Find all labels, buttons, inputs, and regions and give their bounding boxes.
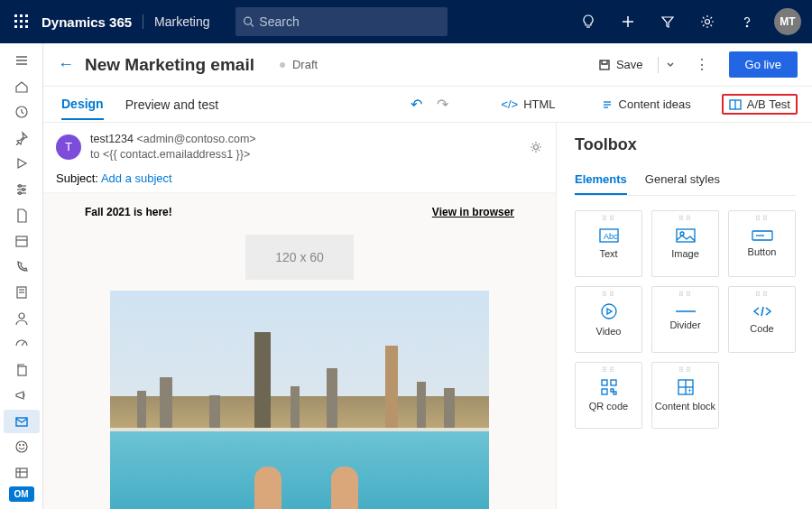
svg-rect-4 xyxy=(20,20,23,23)
search-icon xyxy=(243,15,254,28)
save-label: Save xyxy=(616,58,643,71)
save-button[interactable]: Save xyxy=(589,54,652,75)
rail-phone-icon[interactable] xyxy=(4,255,40,279)
chevron-down-icon xyxy=(666,60,675,69)
rail-page-icon[interactable] xyxy=(4,281,40,305)
filter-icon[interactable] xyxy=(650,0,686,43)
svg-rect-33 xyxy=(18,366,26,375)
rail-gauge-icon[interactable] xyxy=(4,332,40,356)
rail-megaphone-icon[interactable] xyxy=(4,384,40,408)
to-value: <{{ contact.emailaddress1 }}> xyxy=(103,148,250,161)
toolbox-tab-styles[interactable]: General styles xyxy=(645,167,720,195)
svg-rect-2 xyxy=(25,14,28,17)
help-icon[interactable] xyxy=(729,0,765,43)
header-gear-icon[interactable] xyxy=(529,140,543,154)
svg-rect-57 xyxy=(611,380,616,385)
save-icon xyxy=(598,59,611,71)
brand-name[interactable]: Dynamics 365 xyxy=(42,14,132,30)
svg-rect-38 xyxy=(16,468,27,477)
waffle-icon[interactable] xyxy=(7,7,36,36)
rail-hamburger-icon[interactable] xyxy=(4,49,40,73)
rail-document-icon[interactable] xyxy=(4,203,40,227)
view-in-browser-link[interactable]: View in browser xyxy=(432,206,514,218)
button-icon xyxy=(752,230,773,241)
save-dropdown[interactable] xyxy=(658,57,682,73)
user-avatar[interactable]: MT xyxy=(774,8,801,35)
back-arrow-icon[interactable]: ← xyxy=(58,55,74,74)
email-canvas[interactable]: Fall 2021 is here! View in browser 120 x… xyxy=(43,193,556,509)
element-divider[interactable]: ⠿⠿Divider xyxy=(651,286,719,353)
svg-point-35 xyxy=(16,441,27,452)
element-video[interactable]: ⠿⠿Video xyxy=(575,286,642,353)
status-label: Draft xyxy=(292,58,318,71)
svg-rect-50 xyxy=(677,229,695,242)
svg-rect-7 xyxy=(20,25,23,28)
svg-rect-0 xyxy=(14,14,17,17)
lightbulb-icon[interactable] xyxy=(570,0,606,43)
global-search[interactable] xyxy=(235,7,448,36)
element-button[interactable]: ⠿⠿Button xyxy=(728,210,796,277)
rail-person-icon[interactable] xyxy=(4,306,40,330)
svg-text:+: + xyxy=(687,386,692,395)
content-ideas-button[interactable]: Content ideas xyxy=(592,94,700,115)
hero-image[interactable] xyxy=(110,291,489,509)
rail-files-icon[interactable] xyxy=(4,358,40,383)
html-button[interactable]: </> HTML xyxy=(492,94,564,115)
logo-placeholder[interactable]: 120 x 60 xyxy=(245,235,354,280)
element-code[interactable]: ⠿⠿Code xyxy=(728,286,796,353)
rail-pin-icon[interactable] xyxy=(4,126,40,151)
svg-rect-58 xyxy=(602,389,607,394)
element-qrcode[interactable]: ⠿⠿QR code xyxy=(575,362,642,429)
svg-rect-26 xyxy=(16,236,27,246)
svg-line-10 xyxy=(250,23,253,26)
svg-point-15 xyxy=(746,25,747,26)
plus-icon[interactable] xyxy=(610,0,646,43)
search-input[interactable] xyxy=(259,14,439,29)
rail-home-icon[interactable] xyxy=(4,75,40,99)
svg-point-9 xyxy=(244,17,251,24)
from-name: test1234 xyxy=(90,133,134,145)
status-dot-icon xyxy=(280,62,285,68)
add-subject-link[interactable]: Add a subject xyxy=(101,171,172,185)
module-name[interactable]: Marketing xyxy=(143,14,209,29)
tab-design[interactable]: Design xyxy=(61,89,104,120)
from-email: <admin@contoso.com> xyxy=(136,133,255,145)
qrcode-icon xyxy=(601,379,617,395)
page-title: New Marketing email xyxy=(85,55,254,75)
tab-preview[interactable]: Preview and test xyxy=(125,90,219,119)
go-live-button[interactable]: Go live xyxy=(729,51,798,78)
ab-test-button[interactable]: A/B Test xyxy=(722,94,798,115)
contentblock-icon: + xyxy=(678,379,694,395)
rail-recent-icon[interactable] xyxy=(4,100,40,125)
text-icon: Abc xyxy=(599,228,619,243)
rail-play-icon[interactable] xyxy=(4,152,40,176)
more-menu[interactable]: ⋮ xyxy=(687,52,716,77)
toolbox-panel: Toolbox Elements General styles ⠿⠿AbcTex… xyxy=(556,123,812,509)
video-icon xyxy=(600,302,618,320)
email-headline[interactable]: Fall 2021 is here! xyxy=(85,206,172,218)
rail-emoji-icon[interactable] xyxy=(4,435,40,459)
rail-calendar-icon[interactable] xyxy=(4,229,40,254)
svg-point-14 xyxy=(706,20,710,24)
redo-button[interactable]: ↷ xyxy=(429,92,456,116)
element-contentblock[interactable]: ⠿⠿+Content block xyxy=(651,362,719,429)
gear-icon[interactable] xyxy=(689,0,725,43)
code-icon: </> xyxy=(501,97,518,111)
om-badge[interactable]: OM xyxy=(9,486,34,502)
svg-point-31 xyxy=(19,313,24,319)
svg-point-37 xyxy=(23,445,23,446)
email-header: T test1234 <admin@contoso.com> to <{{ co… xyxy=(43,123,556,193)
svg-point-36 xyxy=(19,445,20,446)
toolbox-tab-elements[interactable]: Elements xyxy=(575,167,627,195)
rail-mail-icon[interactable] xyxy=(4,410,40,434)
element-image[interactable]: ⠿⠿Image xyxy=(651,210,719,277)
sparkle-icon xyxy=(601,98,614,111)
rail-grid-icon[interactable] xyxy=(4,461,40,486)
title-bar: ← New Marketing email Draft Save ⋮ Go li… xyxy=(43,43,812,87)
svg-point-54 xyxy=(602,304,616,319)
undo-button[interactable]: ↶ xyxy=(403,92,429,116)
element-text[interactable]: ⠿⠿AbcText xyxy=(575,210,642,277)
code-element-icon xyxy=(752,305,772,318)
svg-rect-6 xyxy=(14,25,17,28)
rail-settings-icon[interactable] xyxy=(4,178,40,202)
